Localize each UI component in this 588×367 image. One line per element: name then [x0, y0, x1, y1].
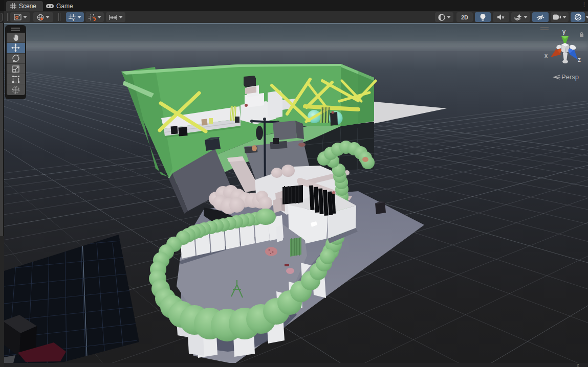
- svg-text:2: 2: [577, 363, 579, 367]
- svg-text:Y: Y: [72, 17, 75, 21]
- svg-text:z: z: [578, 56, 581, 63]
- svg-text:x: x: [545, 52, 548, 59]
- svg-text:y: y: [562, 28, 565, 35]
- svg-text:Persp: Persp: [561, 73, 579, 81]
